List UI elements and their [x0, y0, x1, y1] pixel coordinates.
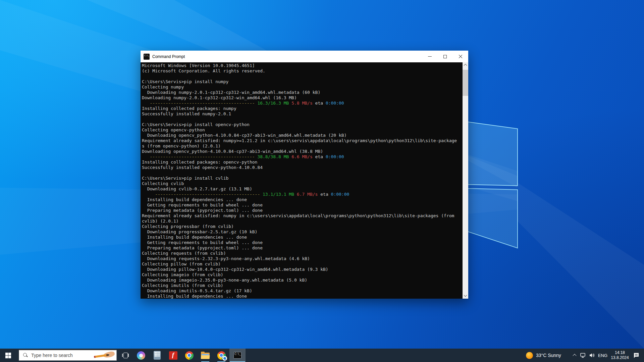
close-icon [459, 55, 463, 59]
console-line: Collecting progressbar (from cvlib) [142, 224, 463, 229]
taskbar-app-f-app[interactable]: f [165, 349, 181, 362]
console-area[interactable]: Microsoft Windows [Version 10.0.19045.46… [141, 62, 468, 299]
console-line: Collecting pillow (from cvlib) [142, 261, 463, 267]
console-line: Collecting numpy [142, 84, 463, 90]
chrome-icon [185, 351, 194, 360]
weather-widget[interactable]: 33°C Sunny [524, 349, 572, 362]
calculator-icon [154, 351, 161, 360]
taskbar-app-chrome[interactable] [181, 349, 197, 362]
console-line: ----------------------------------------… [142, 154, 463, 160]
console-line: Collecting imutils (from cvlib) [142, 283, 463, 288]
minimize-icon [428, 56, 432, 57]
maximize-button[interactable] [437, 51, 453, 62]
console-line: Downloading imutils-0.5.4.tar.gz (17 kB) [142, 288, 463, 294]
f-app-icon: f [169, 351, 177, 360]
chrome-profile-icon [217, 351, 226, 360]
console-line: Collecting imageio (from cvlib) [142, 272, 463, 278]
close-button[interactable] [453, 51, 468, 62]
clock-time: 14:18 [615, 350, 625, 355]
chrome-profile-badge-icon [222, 356, 227, 361]
scroll-down-icon[interactable] [463, 293, 468, 299]
console-line: Successfully installed opencv-python-4.1… [142, 165, 463, 170]
file-explorer-icon [201, 353, 210, 359]
window-title: Command Prompt [152, 54, 185, 59]
console-line: Collecting cvlib [142, 181, 463, 186]
command-prompt-window: C:\_ Command Prompt Microsoft Windows [V… [141, 51, 468, 299]
console-line: Successfully installed numpy-2.0.1 [142, 111, 463, 117]
taskbar-app-copilot[interactable] [133, 349, 149, 362]
console-line: s (from opencv-python) (2.0.1) [142, 143, 463, 149]
console-line: cvlib) (2.0.1) [142, 219, 463, 224]
console-line: Downloading requests-2.32.3-py3-none-any… [142, 256, 463, 261]
task-view-icon [122, 353, 129, 358]
maximize-icon [443, 55, 447, 58]
console-line: Getting requirements to build wheel ... … [142, 240, 463, 245]
language-indicator[interactable]: ENG [596, 349, 609, 362]
console-line: Downloading pillow-10.4.0-cp312-cp312-wi… [142, 267, 463, 272]
network-status-button[interactable] [579, 349, 588, 362]
console-line: Downloading imageio-2.35.0-py3-none-any.… [142, 278, 463, 283]
console-output: Microsoft Windows [Version 10.0.19045.46… [142, 63, 463, 299]
chevron-up-icon [573, 354, 576, 358]
action-center-button[interactable] [631, 349, 642, 362]
console-line: (c) Microsoft Corporation. All rights re… [142, 68, 463, 74]
taskbar: f C:\_ 33°C Sunny [0, 349, 644, 362]
console-line: Installing build dependencies ... done [142, 294, 463, 299]
console-line: Getting requirements to build wheel ... … [142, 202, 463, 208]
taskbar-app-command-prompt[interactable]: C:\_ [229, 349, 246, 362]
console-line: Downloading progressbar-2.5.tar.gz (10 k… [142, 229, 463, 235]
console-line: Downloading cvlib-0.2.7.tar.gz (13.1 MB) [142, 186, 463, 192]
minimize-button[interactable] [422, 51, 437, 62]
console-line: Preparing metadata (pyproject.toml) ... … [142, 208, 463, 213]
console-line: ----------------------------------------… [142, 101, 463, 106]
console-line: Collecting opencv-python [142, 127, 463, 133]
tray-overflow-button[interactable] [571, 349, 578, 362]
start-button[interactable] [0, 349, 16, 362]
command-prompt-icon: C:\_ [233, 352, 241, 359]
cmd-window-icon: C:\_ [144, 54, 150, 60]
console-line: Downloading numpy-2.0.1-cp312-cp312-win_… [142, 90, 463, 95]
console-line: Installing collected packages: numpy [142, 106, 463, 111]
console-line: C:\Users\Servis>pip install opencv-pytho… [142, 122, 463, 127]
taskbar-app-chrome-profile[interactable] [213, 349, 229, 362]
clock-date: 13.8.2024 [611, 355, 629, 360]
sun-weather-icon [526, 352, 533, 359]
action-center-icon [633, 352, 640, 358]
window-titlebar[interactable]: C:\_ Command Prompt [141, 51, 468, 62]
taskbar-app-calculator[interactable] [149, 349, 165, 362]
console-line [142, 170, 463, 176]
search-icon [23, 353, 28, 358]
taskbar-app-file-explorer[interactable] [197, 349, 213, 362]
console-line: Microsoft Windows [Version 10.0.19045.46… [142, 63, 463, 68]
taskbar-clock[interactable]: 14:18 13.8.2024 [610, 349, 630, 362]
volume-button[interactable] [588, 349, 596, 362]
console-scrollbar[interactable] [463, 62, 468, 299]
console-line: Preparing metadata (pyproject.toml) ... … [142, 245, 463, 251]
console-line [142, 117, 463, 122]
console-line: ----------------------------------------… [142, 192, 463, 197]
console-line: Downloading numpy-2.0.1-cp312-cp312-win_… [142, 95, 463, 101]
windows-start-icon [5, 353, 11, 358]
console-line: C:\Users\Servis>pip install numpy [142, 79, 463, 84]
speaker-icon [589, 353, 595, 358]
copilot-icon [137, 351, 145, 360]
scrollbar-thumb[interactable] [463, 70, 468, 96]
console-line: Downloading opencv_python-4.10.0.84-cp37… [142, 133, 463, 138]
taskbar-search[interactable] [19, 350, 117, 361]
console-line: Requirement already satisfied: numpy in … [142, 213, 463, 219]
search-doodle-hand-pencil [92, 350, 117, 361]
console-line [142, 74, 463, 79]
console-line: Collecting requests (from cvlib) [142, 251, 463, 256]
search-input[interactable] [31, 353, 92, 358]
network-icon [580, 353, 587, 358]
language-label: ENG [598, 353, 607, 358]
taskbar-app-task-view[interactable] [118, 349, 133, 362]
console-line: Downloading opencv_python-4.10.0.84-cp37… [142, 149, 463, 154]
console-line: C:\Users\Servis>pip install cvlib [142, 176, 463, 181]
weather-text: 33°C Sunny [536, 353, 561, 358]
console-line: Installing build dependencies ... done [142, 235, 463, 240]
console-line: Requirement already satisfied: numpy>=1.… [142, 138, 463, 143]
console-line: Installing build dependencies ... done [142, 197, 463, 202]
console-line: Installing collected packages: opencv-py… [142, 160, 463, 165]
scroll-up-icon[interactable] [463, 62, 468, 68]
